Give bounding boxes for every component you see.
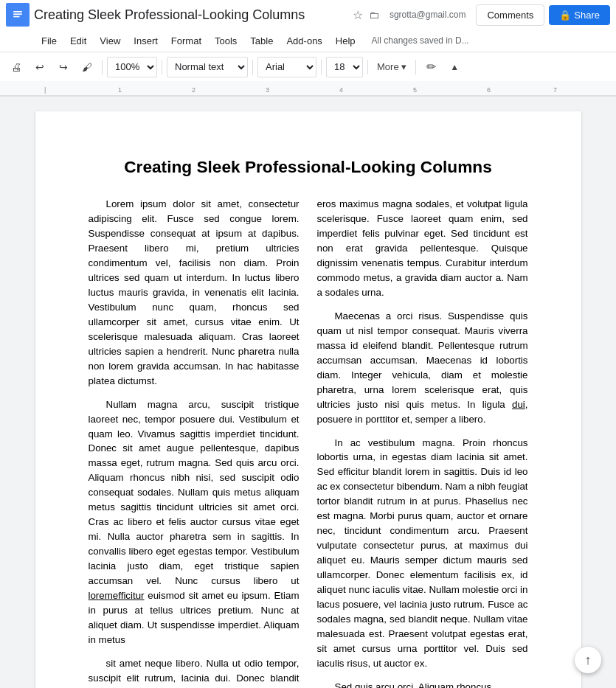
ruler-mark-0: | [44,86,46,94]
scroll-to-top-button[interactable]: ↑ [575,647,601,673]
menu-file[interactable]: File [35,32,63,49]
toolbar: 🖨 ↩ ↪ 🖌 100% Normal text Arial 18 More ▾… [0,52,616,81]
document-title: Creating Sleek Professional-Looking Colu… [89,156,528,179]
menu-addons[interactable]: Add-ons [280,32,328,49]
link-loremefficitur[interactable]: loremefficitur [89,590,145,601]
zoom-select[interactable]: 100% [107,57,157,77]
menu-insert[interactable]: Insert [128,32,164,49]
divider-4 [321,60,322,74]
divider-3 [252,60,253,74]
more-button[interactable]: More ▾ [373,57,411,77]
ruler-mark-7: 7 [553,86,557,94]
paragraph-4: Maecenas a orci risus. Suspendisse quis … [317,309,528,427]
menu-table[interactable]: Table [244,32,279,49]
user-email: sgrotta@gmail.com [390,10,466,20]
collapse-toolbar-button[interactable]: ▲ [444,57,465,77]
link-dui[interactable]: dui [512,399,525,410]
menu-bar: File Edit View Insert Format Tools Table… [0,29,616,52]
ruler-mark-2: 2 [192,86,195,94]
svg-rect-1 [13,11,22,13]
ruler: | 1 2 3 4 5 6 7 [0,81,616,96]
menu-format[interactable]: Format [165,32,207,49]
paint-format-button[interactable]: 🖌 [77,57,97,77]
paragraph-2: Nullam magna arcu, suscipit tristique la… [89,397,300,648]
ruler-mark-4: 4 [339,86,343,94]
autosave-message: All changes saved in D... [372,35,469,46]
share-label: Share [574,10,600,21]
ruler-mark-6: 6 [487,86,491,94]
folder-icon[interactable]: 🗀 [369,9,379,21]
font-size-select[interactable]: 18 [326,57,363,77]
paragraph-1: Lorem ipsum dolor sit amet, consectetur … [89,197,300,389]
font-select[interactable]: Arial [257,57,316,77]
svg-rect-3 [13,16,19,18]
ruler-mark-3: 3 [266,86,269,94]
comments-button[interactable]: Comments [476,4,544,26]
doc-title[interactable]: Creating Sleek Professional-Looking Colu… [34,7,348,23]
ruler-mark-5: 5 [413,86,417,94]
menu-view[interactable]: View [94,32,126,49]
divider-6 [415,60,416,74]
document-area[interactable]: Creating Sleek Professional-Looking Colu… [0,97,616,688]
share-button[interactable]: 🔒 Share [549,5,610,25]
print-button[interactable]: 🖨 [6,57,27,77]
svg-rect-2 [13,13,22,15]
menu-tools[interactable]: Tools [209,32,243,49]
pen-button[interactable]: ✏ [421,57,441,77]
menu-help[interactable]: Help [330,32,361,49]
star-icon[interactable]: ☆ [353,8,363,22]
scroll-icon: ↑ [585,653,592,668]
divider-1 [102,60,103,74]
lock-icon: 🔒 [559,10,571,21]
menu-edit[interactable]: Edit [64,32,92,49]
document-body: Lorem ipsum dolor sit amet, consectetur … [89,197,528,688]
paragraph-6: Sed quis arcu orci. Aliquam rhoncus [317,680,528,688]
paragraph-5: In ac vestibulum magna. Proin rhoncus lo… [317,436,528,672]
divider-2 [162,60,162,74]
divider-5 [367,60,368,74]
app-icon [6,3,30,27]
style-select[interactable]: Normal text [167,57,248,77]
redo-button[interactable]: ↪ [53,57,74,77]
title-icons: ☆ 🗀 [353,8,379,22]
document-page: Creating Sleek Professional-Looking Colu… [35,111,581,688]
undo-button[interactable]: ↩ [30,57,50,77]
ruler-mark-1: 1 [118,86,122,94]
